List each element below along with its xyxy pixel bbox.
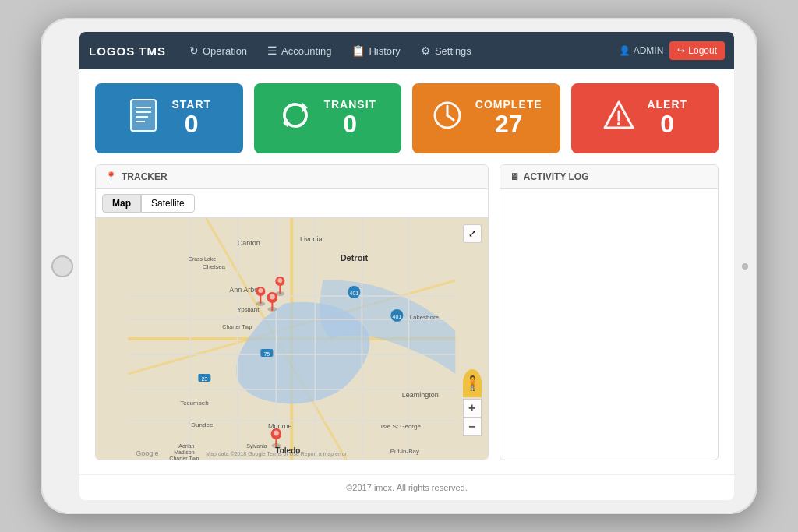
nav-items: ↻ Operation ☰ Accounting 📋 History ⚙ Set… — [182, 40, 619, 62]
map-area: 75 23 Detroit Livonia Canton Chelsea Gra… — [96, 218, 488, 460]
alert-label: ALERT — [647, 98, 687, 111]
nav-item-accounting[interactable]: ☰ Accounting — [260, 40, 339, 62]
nav-label-settings: Settings — [435, 45, 471, 57]
svg-point-12 — [617, 122, 620, 125]
screen: LOGOS TMS ↻ Operation ☰ Accounting 📋 His… — [79, 32, 734, 500]
alert-value: 0 — [647, 111, 687, 138]
svg-text:Adrian: Adrian — [178, 443, 194, 449]
svg-point-63 — [274, 431, 279, 436]
stat-card-start[interactable]: START 0 — [95, 83, 243, 153]
svg-text:Canton: Canton — [238, 239, 260, 247]
main-content: 📍 TRACKER Map Satellite — [79, 164, 734, 474]
svg-text:Leamington: Leamington — [402, 391, 439, 399]
nav-label-accounting: Accounting — [281, 45, 331, 57]
logout-icon: ↪ — [677, 45, 685, 56]
svg-text:Charter Twp: Charter Twp — [222, 324, 252, 330]
alert-icon — [602, 98, 636, 139]
map-tab-satellite[interactable]: Satellite — [141, 194, 195, 213]
svg-text:Map data ©2018 Google  Terms o: Map data ©2018 Google Terms of Use Repor… — [206, 451, 347, 457]
tablet-frame: LOGOS TMS ↻ Operation ☰ Accounting 📋 His… — [41, 18, 757, 514]
stat-info-complete: COMPLETE 27 — [475, 98, 542, 138]
svg-rect-0 — [131, 100, 156, 131]
svg-text:Chelsea: Chelsea — [203, 263, 226, 270]
pegman-icon[interactable]: 🧍 — [463, 369, 482, 397]
stat-card-complete[interactable]: COMPLETE 27 — [412, 83, 560, 153]
svg-text:Google: Google — [136, 449, 158, 457]
svg-text:Isle St George: Isle St George — [381, 423, 422, 430]
logout-button[interactable]: ↪ Logout — [669, 41, 725, 60]
svg-text:Detroit: Detroit — [341, 253, 369, 262]
stat-info-alert: ALERT 0 — [647, 98, 687, 138]
zoom-in-button[interactable]: + — [463, 399, 482, 417]
svg-text:Livonia: Livonia — [300, 235, 323, 243]
svg-text:401: 401 — [350, 291, 359, 296]
svg-text:23: 23 — [201, 376, 207, 382]
stat-card-alert[interactable]: ALERT 0 — [571, 83, 719, 153]
nav-label-operation: Operation — [203, 45, 247, 57]
svg-point-57 — [258, 288, 263, 293]
map-expand-button[interactable]: ⤢ — [463, 224, 482, 243]
user-icon: 👤 — [619, 45, 630, 56]
accounting-icon: ☰ — [267, 44, 277, 57]
svg-text:Lakeshore: Lakeshore — [410, 314, 440, 321]
activity-panel: 🖥 ACTIVITY LOG — [500, 164, 719, 460]
activity-icon: 🖥 — [510, 171, 519, 182]
history-icon: 📋 — [351, 44, 365, 57]
svg-line-9 — [447, 115, 454, 120]
stat-info-start: START 0 — [171, 98, 211, 138]
transit-label: TRANSIT — [323, 98, 376, 111]
svg-text:Ann Arbor: Ann Arbor — [229, 286, 260, 294]
transit-value: 0 — [323, 111, 376, 138]
svg-text:Madison: Madison — [174, 449, 195, 455]
tracker-header: 📍 TRACKER — [96, 165, 488, 189]
brand-logo: LOGOS TMS — [89, 44, 166, 58]
footer: ©2017 imex. All rights reserved. — [79, 474, 734, 500]
svg-text:Sylvania: Sylvania — [246, 443, 267, 449]
side-button — [742, 263, 748, 270]
svg-point-61 — [270, 294, 275, 300]
complete-label: COMPLETE — [475, 98, 542, 111]
complete-icon — [430, 98, 464, 139]
start-label: START — [171, 98, 211, 111]
activity-body — [500, 189, 718, 454]
svg-text:Monroe: Monroe — [268, 422, 292, 430]
activity-header: 🖥 ACTIVITY LOG — [500, 165, 718, 189]
map-tab-map[interactable]: Map — [102, 194, 141, 213]
home-button[interactable] — [51, 255, 73, 277]
navbar: LOGOS TMS ↻ Operation ☰ Accounting 📋 His… — [79, 32, 734, 69]
activity-title: ACTIVITY LOG — [524, 171, 589, 182]
svg-text:Grass Lake: Grass Lake — [188, 256, 216, 262]
tracker-pin-icon: 📍 — [105, 171, 117, 182]
stat-cards: START 0 TRANSIT 0 — [79, 69, 734, 164]
map-svg: 75 23 Detroit Livonia Canton Chelsea Gra… — [96, 218, 488, 460]
nav-item-history[interactable]: 📋 History — [344, 40, 408, 62]
admin-label: 👤 ADMIN — [619, 45, 664, 56]
nav-item-settings[interactable]: ⚙ Settings — [413, 40, 479, 62]
svg-text:401: 401 — [393, 314, 402, 319]
stat-card-transit[interactable]: TRANSIT 0 — [254, 83, 402, 153]
map-controls: Map Satellite — [96, 189, 488, 218]
nav-label-history: History — [369, 45, 400, 57]
settings-icon: ⚙ — [421, 44, 431, 57]
svg-point-59 — [277, 278, 282, 283]
complete-value: 27 — [475, 111, 542, 138]
zoom-out-button[interactable]: − — [463, 417, 482, 436]
transit-icon — [278, 98, 312, 139]
nav-right: 👤 ADMIN ↪ Logout — [619, 41, 725, 60]
map-zoom-controls: + − — [463, 399, 482, 436]
stat-info-transit: TRANSIT 0 — [323, 98, 376, 138]
svg-text:75: 75 — [263, 351, 270, 357]
svg-text:Tecumseh: Tecumseh — [180, 400, 208, 407]
nav-item-operation[interactable]: ↻ Operation — [182, 40, 255, 62]
operation-icon: ↻ — [189, 44, 199, 57]
svg-text:Charter Twp: Charter Twp — [169, 456, 199, 460]
svg-text:Ypsilanti: Ypsilanti — [238, 306, 261, 313]
svg-text:Dundee: Dundee — [191, 421, 214, 428]
tracker-panel: 📍 TRACKER Map Satellite — [95, 164, 489, 460]
start-icon — [126, 98, 161, 139]
start-value: 0 — [171, 111, 211, 138]
svg-text:Put-in-Bay: Put-in-Bay — [390, 448, 419, 455]
tracker-title: TRACKER — [122, 171, 168, 182]
